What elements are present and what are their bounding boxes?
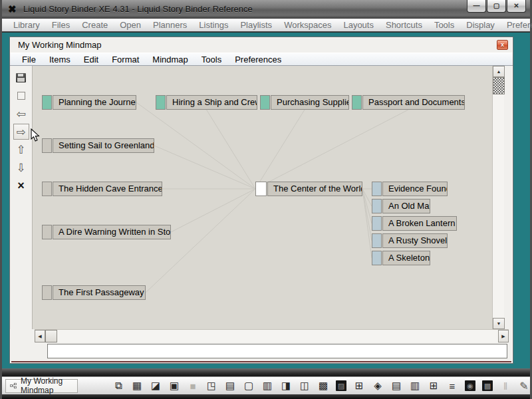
mindmap-node-a-rusty-shovel[interactable]: A Rusty Shovel — [372, 233, 448, 248]
mindmap-node-the-center-of-the-world[interactable]: The Center of the World — [255, 182, 362, 196]
listing-panel-icon[interactable]: ▥ — [261, 380, 273, 392]
image-icon[interactable]: ▨ — [336, 380, 346, 391]
mindmap-menu-item-mindmap[interactable]: Mindmap — [146, 55, 194, 65]
stacked-bars-icon[interactable]: ≡ — [446, 380, 458, 392]
selection-icon[interactable]: ◳ — [205, 380, 217, 392]
split-view-icon[interactable]: ◫ — [299, 380, 311, 392]
scroll-right-button[interactable]: ▶ — [498, 330, 509, 342]
mindmap-title-bar[interactable]: My Working Mindmap x — [10, 37, 513, 53]
mindmap-node-setting-sail-to-greenland[interactable]: Setting Sail to Greenland — [42, 138, 154, 153]
vertical-scroll-thumb[interactable] — [493, 77, 505, 94]
new-node-icon[interactable] — [13, 88, 29, 104]
menu-item-tools[interactable]: Tools — [428, 19, 460, 31]
mindmap-menu-item-file[interactable]: File — [15, 55, 43, 65]
mosaic-icon[interactable]: ▩ — [482, 380, 493, 391]
up-arrow-icon[interactable]: ⇧ — [13, 142, 29, 158]
menu-item-playlists[interactable]: Playlists — [234, 19, 278, 31]
node-marker[interactable] — [260, 95, 270, 110]
mindmap-node-purchasing-supplies[interactable]: Purchasing Supplies — [260, 95, 349, 110]
horizontal-scroll-thumb[interactable] — [45, 330, 57, 342]
node-marker[interactable] — [42, 138, 52, 153]
vertical-scroll-track[interactable] — [493, 94, 504, 318]
title-bar[interactable]: ✖ Liquid Story Binder XE 4.31 - Liquid S… — [2, 0, 530, 19]
node-marker[interactable] — [372, 199, 382, 213]
quill-icon[interactable]: ✎ — [518, 380, 530, 392]
mindmap-menu-item-tools[interactable]: Tools — [195, 55, 228, 65]
scroll-left-button[interactable]: ◀ — [35, 330, 45, 342]
mindmap-node-the-hidden-cave-entrance[interactable]: The Hidden Cave Entrance — [42, 182, 162, 196]
node-marker[interactable] — [372, 233, 382, 248]
mindmap-menu-item-format[interactable]: Format — [105, 55, 146, 65]
thumbnail-grid-icon[interactable]: ▩ — [317, 380, 329, 392]
blank-page-icon[interactable]: ▢ — [243, 380, 255, 392]
horizontal-scroll-track[interactable] — [57, 330, 498, 342]
node-marker[interactable] — [372, 216, 382, 231]
minimize-button[interactable]: — — [467, 0, 486, 13]
mindmap-node-passport-and-documents[interactable]: Passport and Documents — [352, 95, 465, 110]
scroll-down-button[interactable]: ▼ — [493, 318, 505, 329]
pause-icon[interactable]: ‖ — [499, 380, 511, 392]
node-marker[interactable] — [352, 95, 362, 110]
down-arrow-icon[interactable]: ⇩ — [13, 160, 29, 176]
statusbar-tab-my-working-mindmap[interactable]: My Working Mindmap — [5, 379, 78, 393]
checklist-icon[interactable]: ▤ — [390, 380, 402, 392]
menu-item-planners[interactable]: Planners — [147, 19, 193, 31]
mindmap-node-planning-the-journey[interactable]: Planning the Journey — [42, 95, 136, 110]
node-label: Purchasing Supplies — [271, 95, 349, 110]
note-input[interactable] — [47, 344, 507, 358]
builder-box-icon[interactable]: ◪ — [150, 380, 162, 392]
menu-item-files[interactable]: Files — [46, 19, 76, 31]
binder-layers-icon[interactable]: ⧉ — [112, 380, 124, 392]
window-bottom-edge — [2, 394, 530, 399]
save-icon[interactable] — [13, 70, 29, 86]
node-marker[interactable] — [42, 182, 52, 196]
node-marker[interactable] — [42, 285, 52, 300]
mindmap-node-the-first-passageway[interactable]: The First Passageway — [42, 285, 146, 300]
mindmap-node-evidence-found[interactable]: Evidence Found — [372, 182, 448, 196]
mindmap-close-button[interactable]: x — [497, 40, 508, 50]
mindmap-window[interactable]: My Working Mindmap x FileItemsEditFormat… — [9, 37, 513, 364]
mindmap-node-hiring-a-ship-and-crew[interactable]: Hiring a Ship and Crew — [156, 95, 257, 110]
menu-item-create[interactable]: Create — [76, 19, 114, 31]
mindmap-node-a-skeleton[interactable]: A Skeleton — [372, 251, 430, 265]
menu-item-shortcuts[interactable]: Shortcuts — [380, 19, 428, 31]
menu-item-workspaces[interactable]: Workspaces — [278, 19, 337, 31]
forward-arrow-icon[interactable]: ⇨ — [13, 124, 29, 140]
menu-item-display[interactable]: Display — [460, 19, 501, 31]
mindmap-node-a-dire-warning-written-in-stone[interactable]: A Dire Warning Written in Stone — [42, 225, 171, 239]
menu-item-listings[interactable]: Listings — [193, 19, 234, 31]
journal-notes-icon[interactable]: ▤ — [224, 380, 236, 392]
gallery-icon[interactable]: ◉ — [465, 380, 475, 391]
menu-item-layouts[interactable]: Layouts — [337, 19, 380, 31]
close-button[interactable]: ✕ — [507, 0, 526, 13]
tile-windows-icon[interactable]: ⊞ — [428, 380, 440, 392]
horizontal-scrollbar[interactable]: ◀ ▶ — [35, 329, 509, 342]
delete-icon[interactable]: × — [13, 178, 29, 194]
color-square-icon[interactable]: ■ — [187, 380, 199, 392]
save-icon[interactable]: ▣ — [168, 380, 180, 392]
mindmap-menu-item-preferences[interactable]: Preferences — [228, 55, 288, 65]
calendar-icon[interactable]: ⊞ — [353, 380, 365, 392]
menu-item-library[interactable]: Library — [7, 19, 46, 31]
menu-item-preferences[interactable]: Preferences — [501, 19, 532, 31]
table-grid-icon[interactable]: ▦ — [131, 380, 143, 392]
node-marker[interactable] — [156, 95, 166, 110]
menu-item-open[interactable]: Open — [114, 19, 147, 31]
mindmap-node-a-broken-lantern[interactable]: A Broken Lantern — [372, 216, 457, 231]
back-arrow-icon[interactable]: ⇦ — [13, 106, 29, 122]
mindmap-menu-item-edit[interactable]: Edit — [77, 55, 105, 65]
scroll-up-button[interactable]: ▲ — [493, 66, 505, 77]
node-marker[interactable] — [42, 95, 52, 110]
columns-icon[interactable]: ▥ — [409, 380, 421, 392]
mindmap-node-icon[interactable]: ◈ — [372, 380, 384, 392]
mindmap-node-an-old-map[interactable]: An Old Map — [372, 199, 430, 213]
node-marker[interactable] — [255, 182, 267, 196]
outline-panel-icon[interactable]: ◨ — [280, 380, 292, 392]
mindmap-canvas[interactable]: Planning the JourneyHiring a Ship and Cr… — [33, 66, 492, 329]
maximize-button[interactable]: ▢ — [487, 0, 506, 13]
node-marker[interactable] — [372, 251, 382, 265]
vertical-scrollbar[interactable]: ▲ ▼ — [492, 66, 504, 329]
mindmap-menu-item-items[interactable]: Items — [43, 55, 77, 65]
node-marker[interactable] — [42, 225, 52, 239]
node-marker[interactable] — [372, 182, 382, 196]
